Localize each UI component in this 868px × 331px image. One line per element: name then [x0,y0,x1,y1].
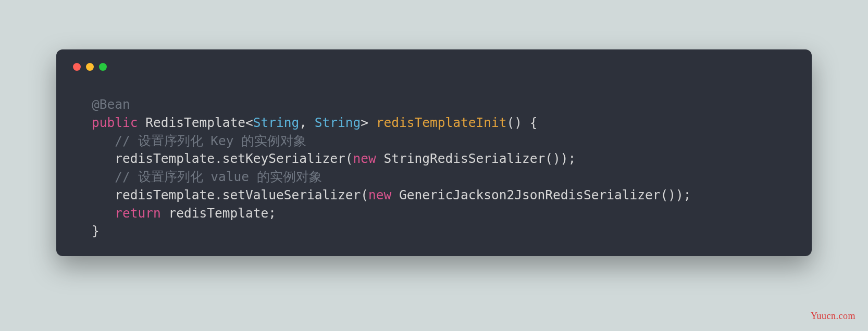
code-token: redisTemplate; [161,206,276,221]
code-line: return redisTemplate; [92,205,797,223]
code-token: > [361,115,376,130]
close-icon [73,63,81,71]
code-token: () { [507,115,538,130]
code-token: redisTemplateInit [376,115,507,130]
code-token: public [92,115,138,130]
code-line: public RedisTemplate<String, String> red… [92,114,797,132]
code-line: // 设置序列化 Key 的实例对象 [92,132,797,150]
code-token: String [253,115,300,130]
code-line: redisTemplate.setKeySerializer(new Strin… [92,150,797,168]
code-window: @Beanpublic RedisTemplate<String, String… [56,49,812,256]
code-token: GenericJackson2JsonRedisSerializer()); [391,187,691,202]
code-token: String [315,115,361,130]
code-token: redisTemplate.setKeySerializer( [92,151,353,166]
code-token: new [368,187,391,202]
code-token: , [299,115,315,130]
watermark: Yuucn.com [811,311,855,322]
code-line: } [92,222,797,240]
minimize-icon [86,63,94,71]
code-token: return [115,206,161,221]
code-line: redisTemplate.setValueSerializer(new Gen… [92,186,797,205]
code-token: StringRedisSerializer()); [376,151,576,166]
code-line: @Bean [92,96,797,114]
code-token: RedisTemplate< [138,115,253,130]
code-token: @Bean [92,97,130,112]
code-token: redisTemplate.setValueSerializer( [92,187,368,202]
code-token [92,206,115,221]
window-titlebar [71,61,797,71]
code-line: // 设置序列化 value 的实例对象 [92,168,797,186]
code-block: @Beanpublic RedisTemplate<String, String… [71,96,797,240]
maximize-icon [99,63,107,71]
code-token: } [92,223,100,238]
code-token: // 设置序列化 Key 的实例对象 [92,133,306,148]
code-token: new [353,151,376,166]
code-token: // 设置序列化 value 的实例对象 [92,169,322,184]
